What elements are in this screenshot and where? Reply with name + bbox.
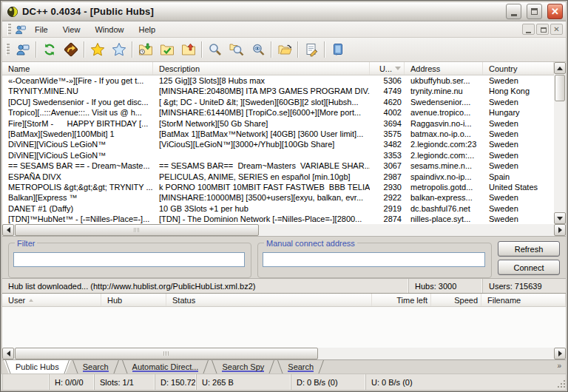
hub-row[interactable]: [TDN]™HubNet™ - [-=Nilles-Place=-]... [T… bbox=[2, 214, 554, 224]
main-status-bar: H: 0/0/0 Slots: 1/1 D: 150.72 KiB U: 265… bbox=[2, 374, 566, 390]
mdi-minimize-button[interactable] bbox=[522, 24, 535, 35]
menu-view[interactable]: View bbox=[56, 23, 87, 36]
arrow-right-icon bbox=[558, 227, 562, 233]
scroll-right-button[interactable] bbox=[554, 224, 566, 236]
resize-grip[interactable] bbox=[557, 379, 567, 389]
hub-row[interactable]: DANET #1 (Daffy) 10 GB 3Slots +1 per hub… bbox=[2, 203, 554, 214]
scroll-up-button[interactable] bbox=[554, 62, 566, 74]
column-header-description[interactable]: Description bbox=[153, 62, 370, 75]
scroll-down-button[interactable] bbox=[554, 212, 566, 224]
menu-window[interactable]: Window bbox=[88, 23, 130, 36]
favorite-users-button[interactable] bbox=[108, 40, 129, 60]
connect-button[interactable]: Connect bbox=[498, 260, 560, 275]
arrow-right-icon bbox=[558, 351, 562, 356]
follow-redirect-button[interactable] bbox=[60, 40, 81, 60]
hub-row[interactable]: Balkan][Express ™ [MINSHARE:10000MB] [35… bbox=[2, 192, 554, 203]
arrow-left-icon bbox=[7, 227, 10, 233]
window-tab[interactable]: Search bbox=[276, 360, 325, 374]
toolbar-separator bbox=[271, 41, 271, 58]
column-header-speed[interactable]: Speed bbox=[431, 294, 481, 306]
menu-bar: File View Window Help ✕ bbox=[2, 21, 566, 38]
mdi-close-button[interactable]: ✕ bbox=[550, 24, 563, 35]
favorite-hubs-icon bbox=[90, 42, 105, 57]
hub-list-vertical-scrollbar[interactable] bbox=[554, 62, 566, 224]
hub-list-horizontal-scrollbar[interactable] bbox=[2, 224, 566, 236]
horizontal-scroll-thumb[interactable] bbox=[15, 348, 318, 359]
hub-row[interactable]: Tropico][..:::Avenue:::.. Visit us @ h..… bbox=[2, 107, 554, 118]
horizontal-scroll-track[interactable] bbox=[319, 348, 554, 359]
scroll-left-button[interactable] bbox=[2, 348, 14, 359]
mdi-restore-button[interactable] bbox=[536, 24, 549, 35]
download-queue-button[interactable] bbox=[135, 40, 156, 60]
tabs: Public Hubs Search Automatic Direct... S… bbox=[4, 360, 325, 374]
scroll-right-button[interactable] bbox=[554, 348, 566, 359]
column-header-name[interactable]: Name bbox=[2, 62, 153, 75]
hub-row[interactable]: ESPAÑA DIVX PELICULAS, ANIME, SERIES en … bbox=[2, 172, 554, 182]
open-file-list-button[interactable] bbox=[274, 40, 295, 60]
search-button[interactable] bbox=[204, 40, 226, 60]
column-header-country[interactable]: Country bbox=[483, 62, 554, 75]
hub-row[interactable]: == SESAMS BAR == - Dream~Maste... == SES… bbox=[2, 160, 554, 171]
search-spy-button[interactable] bbox=[247, 40, 268, 60]
hub-row[interactable]: TRYNITY.MINE.NU [MINSHARE:20480MB] ITA M… bbox=[2, 86, 554, 96]
hub-row[interactable]: METROPOLIS &gt;&gt;&gt; TRYNITY ... k PO… bbox=[2, 182, 554, 192]
hub-row[interactable]: Fire][StorM - HAPPY BIRTHDAY [... [StorM… bbox=[2, 118, 554, 129]
window-tab[interactable]: Public Hubs bbox=[4, 360, 71, 374]
toolbar-separator bbox=[201, 41, 202, 58]
vertical-scroll-thumb[interactable] bbox=[555, 75, 565, 101]
transfers-body[interactable] bbox=[2, 307, 566, 348]
window-tab[interactable]: Search Spy bbox=[210, 360, 276, 374]
status-pane: H: 0/0/0 bbox=[49, 374, 94, 390]
tab-overflow-chevron[interactable]: » bbox=[557, 360, 566, 374]
window-tab[interactable]: Search bbox=[71, 360, 121, 374]
finished-uploads-button[interactable] bbox=[178, 40, 199, 60]
hub-row[interactable]: [DCU] Swedensenior - If you get disc... … bbox=[2, 97, 554, 107]
toolbar-gripper[interactable] bbox=[6, 44, 10, 55]
menu-file[interactable]: File bbox=[28, 23, 55, 36]
hub-row[interactable]: «-OceanWide™-»][Fire - If you get t... 1… bbox=[2, 75, 554, 86]
hubs-count: Hubs: 3000 bbox=[408, 279, 482, 293]
manual-connect-input[interactable] bbox=[263, 252, 485, 267]
maximize-button[interactable] bbox=[527, 4, 542, 19]
refresh-list-button[interactable]: Refresh bbox=[498, 241, 560, 257]
finished-downloads-button[interactable] bbox=[156, 40, 178, 60]
mdi-window-controls: ✕ bbox=[522, 24, 563, 35]
vertical-scroll-track[interactable] bbox=[554, 102, 566, 212]
minimize-button[interactable] bbox=[506, 4, 521, 19]
filter-buttons: Refresh Connect bbox=[498, 240, 560, 275]
menu-help[interactable]: Help bbox=[132, 23, 163, 36]
horizontal-scroll-track[interactable] bbox=[260, 224, 554, 236]
maximize-icon bbox=[531, 8, 538, 15]
column-header-users[interactable]: U... bbox=[370, 62, 405, 75]
column-header-filename[interactable]: Filename bbox=[481, 294, 566, 306]
favorite-hubs-button[interactable] bbox=[87, 40, 108, 60]
toolbar-separator bbox=[84, 41, 84, 58]
notepad-button[interactable] bbox=[300, 40, 322, 60]
hub-connect-icon bbox=[16, 42, 30, 57]
column-header-status[interactable]: Status bbox=[166, 294, 372, 306]
filter-input[interactable] bbox=[13, 252, 245, 267]
hub-row[interactable]: [BatMax][Sweden][100Mbit] 1 [BatMax 1][B… bbox=[2, 129, 554, 139]
settings-icon bbox=[331, 42, 345, 57]
window-tab[interactable]: Automatic Direct... bbox=[121, 360, 211, 374]
settings-button[interactable] bbox=[327, 40, 348, 60]
menubar-gripper[interactable] bbox=[7, 24, 11, 36]
column-header-time-left[interactable]: Time left bbox=[372, 294, 431, 306]
finished-downloads-icon bbox=[160, 42, 175, 57]
transfers-horizontal-scrollbar[interactable] bbox=[2, 348, 566, 359]
hub-connect-button[interactable] bbox=[12, 40, 33, 60]
toolbar-separator bbox=[132, 41, 132, 58]
horizontal-scroll-thumb[interactable] bbox=[15, 224, 259, 236]
column-header-hub[interactable]: Hub bbox=[101, 294, 166, 306]
status-message: Hub list downloaded... (http://www.hubli… bbox=[2, 282, 408, 291]
close-icon: ✕ bbox=[551, 7, 559, 16]
column-header-address[interactable]: Address bbox=[405, 62, 483, 75]
adl-search-button[interactable] bbox=[226, 40, 247, 60]
search-spy-icon bbox=[251, 42, 266, 57]
hub-row[interactable]: DiViNE][ViCiouS LeGioN™ [ViCiouS][LeGioN… bbox=[2, 139, 554, 149]
hub-row[interactable]: DiViNE][ViCiouS LeGioN™ 3353 2.legiondc.… bbox=[2, 150, 554, 160]
refresh-button[interactable] bbox=[38, 40, 60, 60]
column-header-user[interactable]: User bbox=[2, 294, 101, 306]
close-button[interactable]: ✕ bbox=[547, 4, 563, 19]
scroll-left-button[interactable] bbox=[2, 224, 14, 236]
